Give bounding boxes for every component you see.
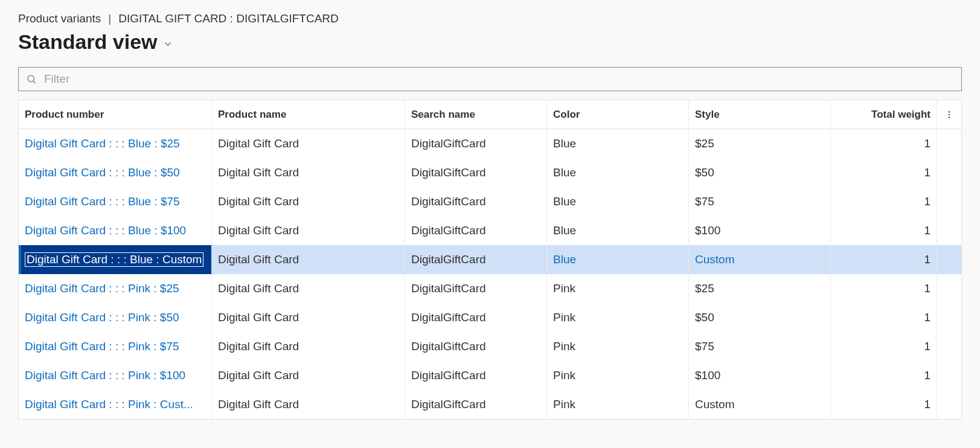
- cell-color: Blue: [547, 158, 689, 187]
- cell-product-number[interactable]: Digital Gift Card : : : Pink : $25: [19, 274, 212, 303]
- svg-line-1: [33, 81, 35, 83]
- color-link[interactable]: Blue: [553, 253, 576, 266]
- cell-style: $75: [689, 187, 831, 216]
- table-row[interactable]: Digital Gift Card : : : Blue : $50Digita…: [19, 158, 961, 187]
- svg-point-3: [949, 114, 950, 115]
- cell-product-number[interactable]: Digital Gift Card : : : Pink : Cust...: [19, 390, 212, 419]
- col-color[interactable]: Color: [547, 100, 689, 129]
- view-title: Standard view: [18, 30, 158, 54]
- cell-color: Blue: [547, 245, 689, 274]
- cell-style: $25: [689, 129, 831, 158]
- cell-style: $75: [689, 332, 831, 361]
- cell-total-weight: 1: [831, 303, 937, 332]
- cell-search-name: DigitalGiftCard: [405, 129, 547, 158]
- style-link[interactable]: Custom: [695, 253, 734, 266]
- cell-color: Pink: [547, 332, 689, 361]
- cell-color: Pink: [547, 390, 689, 419]
- cell-style: $50: [689, 158, 831, 187]
- cell-product-name: Digital Gift Card: [212, 361, 405, 390]
- cell-total-weight: 1: [831, 390, 937, 419]
- cell-total-weight: 1: [831, 216, 937, 245]
- cell-total-weight: 1: [831, 245, 937, 274]
- cell-product-number[interactable]: Digital Gift Card : : : Blue : Custom: [19, 245, 212, 274]
- cell-product-name: Digital Gift Card: [212, 332, 405, 361]
- cell-search-name: DigitalGiftCard: [405, 187, 547, 216]
- product-number-link[interactable]: Digital Gift Card : : : Blue : $50: [25, 166, 180, 179]
- cell-product-number[interactable]: Digital Gift Card : : : Blue : $100: [19, 216, 212, 245]
- cell-spacer: [937, 158, 961, 187]
- col-more[interactable]: [937, 100, 961, 129]
- cell-product-number[interactable]: Digital Gift Card : : : Blue : $25: [19, 129, 212, 158]
- table-row[interactable]: Digital Gift Card : : : Pink : $25Digita…: [19, 274, 961, 303]
- search-icon: [26, 74, 37, 85]
- cell-search-name: DigitalGiftCard: [405, 390, 547, 419]
- cell-spacer: [937, 303, 961, 332]
- table-row[interactable]: Digital Gift Card : : : Blue : $25Digita…: [19, 129, 961, 158]
- product-number-link[interactable]: Digital Gift Card : : : Blue : $100: [25, 224, 186, 237]
- cell-color: Blue: [547, 129, 689, 158]
- cell-style: $100: [689, 216, 831, 245]
- variants-grid: Product number Product name Search name …: [18, 100, 962, 420]
- more-vertical-icon[interactable]: [944, 110, 954, 120]
- breadcrumb-record: DIGITAL GIFT CARD : DIGITALGIFTCARD: [118, 12, 339, 25]
- product-number-link[interactable]: Digital Gift Card : : : Pink : Cust...: [25, 398, 193, 411]
- product-number-link[interactable]: Digital Gift Card : : : Blue : $25: [25, 137, 180, 150]
- cell-search-name: DigitalGiftCard: [405, 361, 547, 390]
- svg-point-2: [949, 111, 950, 113]
- breadcrumb-separator: |: [108, 12, 111, 25]
- cell-style: $100: [689, 361, 831, 390]
- col-style[interactable]: Style: [689, 100, 831, 129]
- col-product-number[interactable]: Product number: [19, 100, 212, 129]
- cell-product-name: Digital Gift Card: [212, 274, 405, 303]
- view-selector[interactable]: Standard view: [18, 30, 962, 54]
- table-row[interactable]: Digital Gift Card : : : Pink : $50Digita…: [19, 303, 961, 332]
- table-row[interactable]: Digital Gift Card : : : Pink : $100Digit…: [19, 361, 961, 390]
- cell-spacer: [937, 129, 961, 158]
- table-row[interactable]: Digital Gift Card : : : Blue : $75Digita…: [19, 187, 961, 216]
- cell-product-number[interactable]: Digital Gift Card : : : Pink : $100: [19, 361, 212, 390]
- table-row[interactable]: Digital Gift Card : : : Blue : $100Digit…: [19, 216, 961, 245]
- cell-product-name: Digital Gift Card: [212, 129, 405, 158]
- breadcrumb: Product variants | DIGITAL GIFT CARD : D…: [18, 12, 962, 25]
- cell-style: Custom: [689, 390, 831, 419]
- cell-product-number[interactable]: Digital Gift Card : : : Pink : $75: [19, 332, 212, 361]
- cell-total-weight: 1: [831, 274, 937, 303]
- cell-product-name: Digital Gift Card: [212, 303, 405, 332]
- product-number-link[interactable]: Digital Gift Card : : : Blue : $75: [25, 195, 180, 208]
- col-search-name[interactable]: Search name: [405, 100, 547, 129]
- cell-spacer: [937, 390, 961, 419]
- product-number-link[interactable]: Digital Gift Card : : : Blue : Custom: [25, 252, 203, 267]
- cell-search-name: DigitalGiftCard: [405, 245, 547, 274]
- cell-style: $25: [689, 274, 831, 303]
- cell-total-weight: 1: [831, 187, 937, 216]
- product-number-link[interactable]: Digital Gift Card : : : Pink : $50: [25, 311, 179, 324]
- cell-spacer: [937, 274, 961, 303]
- cell-spacer: [937, 361, 961, 390]
- col-product-name[interactable]: Product name: [212, 100, 405, 129]
- cell-product-name: Digital Gift Card: [212, 245, 405, 274]
- cell-search-name: DigitalGiftCard: [405, 274, 547, 303]
- filter-input[interactable]: [43, 72, 954, 86]
- cell-total-weight: 1: [831, 129, 937, 158]
- cell-product-name: Digital Gift Card: [212, 390, 405, 419]
- product-number-link[interactable]: Digital Gift Card : : : Pink : $25: [25, 282, 179, 295]
- table-row[interactable]: Digital Gift Card : : : Pink : Cust...Di…: [19, 390, 961, 419]
- cell-color: Blue: [547, 187, 689, 216]
- col-total-weight[interactable]: Total weight: [831, 100, 937, 129]
- table-row[interactable]: Digital Gift Card : : : Pink : $75Digita…: [19, 332, 961, 361]
- table-row[interactable]: Digital Gift Card : : : Blue : CustomDig…: [19, 245, 961, 274]
- cell-total-weight: 1: [831, 158, 937, 187]
- breadcrumb-section[interactable]: Product variants: [18, 12, 101, 25]
- cell-product-number[interactable]: Digital Gift Card : : : Blue : $75: [19, 187, 212, 216]
- cell-product-name: Digital Gift Card: [212, 158, 405, 187]
- cell-product-name: Digital Gift Card: [212, 187, 405, 216]
- product-number-link[interactable]: Digital Gift Card : : : Pink : $75: [25, 340, 179, 353]
- chevron-down-icon[interactable]: [162, 39, 173, 50]
- cell-style: Custom: [689, 245, 831, 274]
- cell-color: Pink: [547, 303, 689, 332]
- cell-product-number[interactable]: Digital Gift Card : : : Blue : $50: [19, 158, 212, 187]
- filter-bar[interactable]: [18, 67, 962, 91]
- product-number-link[interactable]: Digital Gift Card : : : Pink : $100: [25, 369, 185, 382]
- cell-product-number[interactable]: Digital Gift Card : : : Pink : $50: [19, 303, 212, 332]
- svg-point-0: [28, 75, 34, 82]
